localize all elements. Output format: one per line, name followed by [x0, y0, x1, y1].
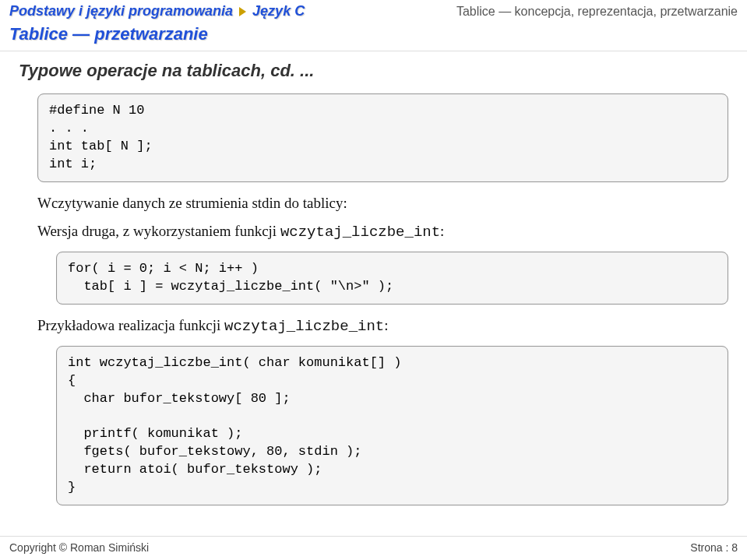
arrow-right-icon — [239, 7, 246, 16]
section-title: Tablice — przetwarzanie — [9, 24, 208, 44]
slide-content: Typowe operacje na tablicach, cd. ... #d… — [0, 51, 747, 536]
text-pre: Wersja druga, z wykorzystaniem funkcji — [37, 223, 280, 239]
course-title: Podstawy i języki programowania — [9, 3, 233, 19]
text-pre: Przykładowa realizacja funkcji — [37, 317, 224, 333]
slide-header: Podstawy i języki programowania Język C … — [0, 0, 747, 19]
page-number: Strona : 8 — [690, 541, 738, 554]
language-label: Język C — [252, 3, 305, 19]
paragraph-version-two: Wersja druga, z wykorzystaniem funkcji w… — [37, 223, 728, 241]
copyright-text: Copyright © Roman Simiński — [9, 541, 149, 554]
text-post: : — [440, 223, 444, 239]
slide-title: Typowe operacje na tablicach, cd. ... — [19, 61, 728, 81]
code-block-declarations: #define N 10 . . . int tab[ N ]; int i; — [37, 93, 728, 182]
func-name-inline: wczytaj_liczbe_int — [224, 318, 384, 335]
code-block-function-def: int wczytaj_liczbe_int( char komunikat[]… — [56, 346, 728, 506]
header-left-group: Podstawy i języki programowania Język C — [9, 3, 305, 19]
slide-footer: Copyright © Roman Simiński Strona : 8 — [0, 536, 747, 560]
func-name-inline: wczytaj_liczbe_int — [280, 224, 440, 241]
paragraph-example-impl: Przykładowa realizacja funkcji wczytaj_l… — [37, 317, 728, 335]
topic-path: Tablice — koncepcja, reprezentacja, prze… — [456, 3, 738, 19]
slide-subheader: Tablice — przetwarzanie — [0, 19, 747, 51]
text-post: : — [384, 317, 388, 333]
paragraph-reading-stdin: Wczytywanie danych ze strumienia stdin d… — [37, 195, 728, 212]
code-block-for-loop: for( i = 0; i < N; i++ ) tab[ i ] = wczy… — [56, 252, 728, 305]
